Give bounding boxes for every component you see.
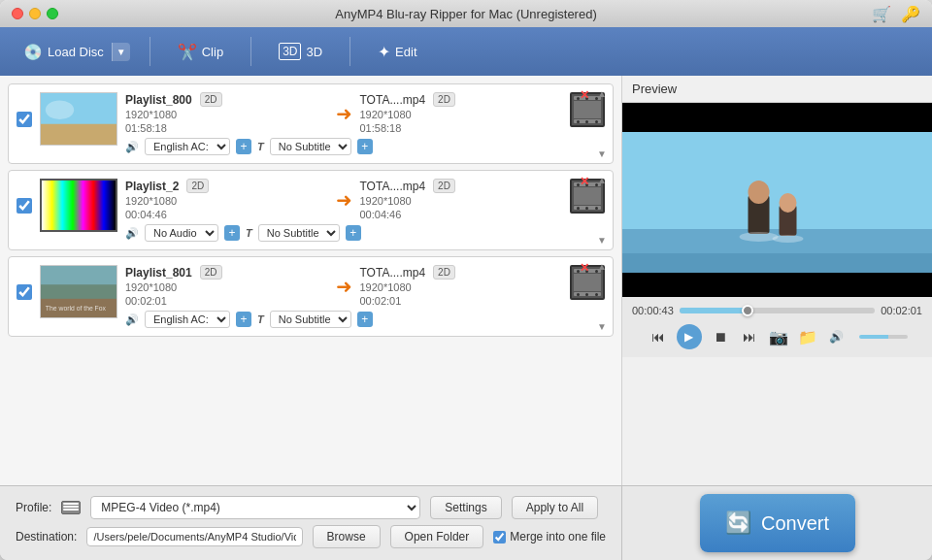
item-3-output-badge: 2D (433, 265, 455, 280)
item-2-checkbox[interactable] (17, 198, 32, 214)
minimize-button[interactable] (29, 8, 41, 19)
edit-icon: ✦ (378, 43, 390, 61)
item-3-down[interactable]: ▼ (597, 321, 607, 332)
item-1-up[interactable]: ▲ (597, 88, 607, 99)
item-3-audio-select[interactable]: English AC: (145, 311, 230, 328)
browse-button[interactable]: Browse (313, 525, 381, 548)
item-3-audio-add[interactable]: + (236, 312, 251, 327)
item-1-down[interactable]: ▼ (597, 148, 607, 159)
item-3-thumbnail: The world of the Fox (40, 265, 117, 318)
3d-icon: 3D (279, 43, 301, 60)
item-2-output-info: TOTA....mp4 2D 1920*1080 00:04:46 (360, 179, 563, 222)
convert-button[interactable]: 🔄 Convert (700, 494, 855, 552)
item-1-audio-icon: 🔊 (125, 141, 139, 153)
preview-label: Preview (622, 76, 932, 103)
close-button[interactable] (12, 8, 23, 19)
item-1-audio-select[interactable]: English AC: (145, 138, 230, 155)
item-1-output-res: 1920*1080 (360, 109, 412, 120)
item-1-sub-select[interactable]: No Subtitle (270, 138, 351, 155)
playlist-area: Playlist_800 2D 1920*1080 01:58:18 🔊 (0, 76, 621, 485)
clip-button[interactable]: ✂️ Clip (170, 39, 231, 65)
item-3-arrow: ➜ (336, 275, 352, 298)
item-3-name: Playlist_801 (125, 266, 192, 280)
open-folder-button[interactable]: Open Folder (390, 525, 484, 548)
item-1-arrow: ➜ (336, 102, 352, 125)
item-2-output-badge: 2D (433, 179, 455, 193)
item-1-checkbox[interactable] (17, 112, 32, 127)
key-icon[interactable]: 🔑 (901, 5, 920, 23)
volume-icon: 🔊 (826, 326, 848, 347)
preview-video (622, 103, 932, 297)
load-disc-button[interactable]: 💿 Load Disc (16, 39, 112, 65)
item-2-res: 1920*1080 (125, 195, 177, 207)
item-2-sub-add[interactable]: + (346, 225, 361, 241)
title-bar-icons: 🛒 🔑 (872, 5, 920, 23)
time-end: 00:02:01 (881, 305, 922, 316)
toolbar-divider-1 (150, 37, 150, 66)
bottom-right: 🔄 Convert (621, 486, 932, 560)
item-2-info: Playlist_2 2D 1920*1080 00:04:46 🔊 (125, 179, 328, 242)
item-3-up[interactable]: ▲ (597, 261, 607, 272)
item-3-close[interactable]: ✕ (580, 261, 589, 275)
play-button[interactable]: ▶ (677, 324, 702, 349)
item-2-audio-select[interactable]: No Audio (145, 224, 218, 242)
svg-rect-5 (41, 266, 116, 285)
profile-row: Profile: MPEG-4 Video (*.mp4) Settings A… (16, 496, 606, 519)
item-1-close[interactable]: ✕ (580, 88, 589, 102)
folder-button[interactable]: 📁 (797, 326, 818, 347)
stop-button[interactable]: ⏹ (710, 326, 731, 347)
item-1-sub-t-icon: T (257, 141, 264, 152)
volume-slider[interactable] (859, 335, 908, 339)
3d-label: 3D (306, 45, 322, 59)
three-d-button[interactable]: 3D 3D (271, 39, 330, 64)
load-disc-dropdown[interactable]: ▼ (112, 43, 130, 61)
snapshot-button[interactable]: 📷 (768, 326, 789, 347)
merge-checkbox[interactable] (493, 531, 506, 544)
time-bar-row: 00:00:43 00:02:01 (632, 305, 922, 316)
progress-bar[interactable] (680, 308, 875, 313)
item-1-sub-add[interactable]: + (357, 139, 373, 154)
item-3-output-time: 00:02:01 (360, 295, 402, 307)
apply-to-all-button[interactable]: Apply to All (512, 496, 598, 519)
toolbar-divider-2 (250, 37, 251, 66)
item-2-arrow: ➜ (336, 188, 352, 212)
profile-format-icon (61, 501, 81, 514)
item-3-res: 1920*1080 (125, 281, 177, 293)
skip-to-end-button[interactable]: ⏭ (739, 326, 760, 347)
item-2-up[interactable]: ▲ (597, 175, 607, 185)
maximize-button[interactable] (47, 8, 58, 19)
item-2-close[interactable]: ✕ (580, 175, 589, 188)
convert-icon: 🔄 (725, 511, 751, 536)
item-2-sub-select[interactable]: No Subtitle (258, 224, 340, 242)
profile-select[interactable]: MPEG-4 Video (*.mp4) (90, 496, 420, 519)
item-1-thumbnail (40, 92, 117, 146)
load-disc-group: 💿 Load Disc ▼ (16, 39, 130, 65)
item-2-down[interactable]: ▼ (597, 235, 607, 246)
edit-button[interactable]: ✦ Edit (370, 39, 424, 65)
dest-row: Destination: Browse Open Folder Merge in… (16, 525, 606, 548)
scissors-icon: ✂️ (178, 43, 197, 61)
item-1-res: 1920*1080 (125, 109, 177, 120)
item-2-output-time: 00:04:46 (360, 209, 402, 220)
progress-thumb (742, 305, 753, 316)
svg-point-2 (46, 100, 74, 119)
item-1-info: Playlist_800 2D 1920*1080 01:58:18 🔊 (125, 92, 328, 155)
item-1-output-info: TOTA....mp4 2D 1920*1080 01:58:18 (360, 92, 563, 136)
item-1-audio-add[interactable]: + (236, 139, 251, 154)
item-3-sub-select[interactable]: No Subtitle (270, 311, 351, 328)
cart-icon[interactable]: 🛒 (872, 5, 891, 23)
window-controls (12, 8, 58, 19)
item-3-checkbox[interactable] (17, 284, 32, 300)
item-1-output-name: TOTA....mp4 (360, 93, 426, 107)
dest-input[interactable] (86, 527, 302, 546)
item-2-output-name: TOTA....mp4 (360, 180, 426, 193)
item-1-name: Playlist_800 (125, 93, 192, 107)
progress-fill (680, 308, 748, 313)
settings-button[interactable]: Settings (430, 496, 501, 519)
load-disc-label: Load Disc (48, 45, 104, 59)
window-title: AnyMP4 Blu-ray Ripper for Mac (Unregiste… (335, 7, 596, 21)
clip-label: Clip (202, 45, 223, 59)
item-3-sub-add[interactable]: + (357, 312, 373, 327)
skip-to-start-button[interactable]: ⏮ (648, 326, 669, 347)
item-2-audio-add[interactable]: + (224, 225, 240, 241)
